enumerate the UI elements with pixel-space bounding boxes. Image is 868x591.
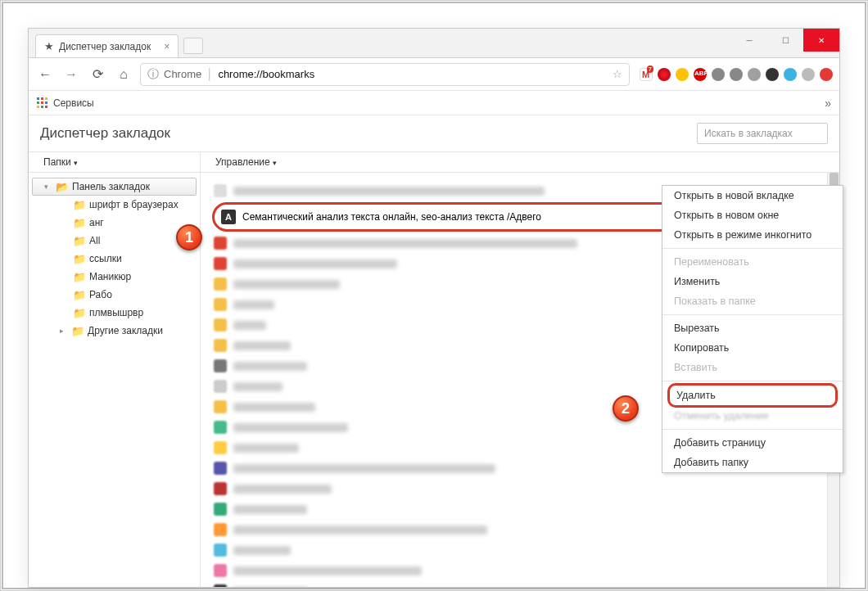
favicon: A xyxy=(221,210,236,224)
tree-child[interactable]: 📁Маникюр xyxy=(29,268,200,286)
collapse-icon[interactable]: ▾ xyxy=(44,183,52,191)
page-title: Диспетчер закладок xyxy=(40,125,697,142)
bookmarks-overflow-icon[interactable]: » xyxy=(825,97,831,110)
ctx-copy[interactable]: Копировать xyxy=(662,338,843,358)
list-item[interactable] xyxy=(214,541,826,559)
ctx-separator xyxy=(662,314,843,315)
tree-child[interactable]: 📁All xyxy=(29,232,200,250)
bookmark-star-icon[interactable]: ☆ xyxy=(613,68,622,80)
site-info-icon[interactable]: ⓘ xyxy=(147,67,159,82)
back-button[interactable]: ← xyxy=(35,65,55,84)
minimize-button[interactable]: ─ xyxy=(731,29,767,52)
list-item[interactable] xyxy=(214,562,826,580)
folders-header[interactable]: Папки xyxy=(29,152,201,172)
search-input[interactable]: Искать в закладках xyxy=(697,123,828,144)
ctx-add-folder[interactable]: Добавить папку xyxy=(662,453,843,472)
context-menu: Открыть в новой вкладке Открыть в новом … xyxy=(662,185,843,473)
ctx-paste: Вставить xyxy=(662,358,843,377)
ext-icon-grey2[interactable] xyxy=(730,68,743,81)
tree-child[interactable]: 📁анг xyxy=(29,214,200,232)
expand-icon[interactable]: ▸ xyxy=(60,327,68,335)
list-item[interactable] xyxy=(214,582,826,587)
page-header: Диспетчер закладок Искать в закладках xyxy=(29,115,839,151)
tree-other[interactable]: ▸📁Другие закладки xyxy=(29,322,200,340)
list-item[interactable] xyxy=(214,521,826,539)
window-controls: ─ ☐ ✕ xyxy=(731,29,839,52)
ctx-rename: Переименовать xyxy=(662,252,843,272)
address-bar[interactable]: ⓘ Chrome │ chrome://bookmarks ☆ xyxy=(140,63,630,86)
ext-icon-grey1[interactable] xyxy=(712,68,725,81)
ctx-separator xyxy=(662,381,843,381)
bookmarks-bar: Сервисы » xyxy=(29,91,839,115)
close-button[interactable]: ✕ xyxy=(803,29,839,52)
ext-icon-vk[interactable] xyxy=(748,68,761,81)
home-button[interactable]: ⌂ xyxy=(114,65,133,84)
folder-icon: 📁 xyxy=(71,325,84,337)
browser-tab[interactable]: ★ Диспетчер закладок × xyxy=(35,34,179,57)
ctx-separator xyxy=(662,248,843,249)
reload-button[interactable]: ⟳ xyxy=(88,65,107,84)
ctx-undo-delete: Отменить удаление xyxy=(662,406,843,426)
annotation-marker-2: 2 xyxy=(613,395,639,422)
extension-icons: M7 ABP xyxy=(636,68,833,81)
opera-icon[interactable] xyxy=(658,68,671,81)
bookmarks-bar-label[interactable]: Сервисы xyxy=(53,97,94,109)
folder-icon: 📁 xyxy=(73,235,86,247)
ext-icon-red[interactable] xyxy=(820,68,833,81)
manage-header[interactable]: Управление xyxy=(201,152,839,172)
ctx-show: Показать в папке xyxy=(662,291,843,311)
ctx-cut[interactable]: Вырезать xyxy=(662,318,843,338)
tree-child[interactable]: 📁Рабо xyxy=(29,286,200,304)
ctx-delete[interactable]: Удалить xyxy=(667,383,838,408)
tab-close-icon[interactable]: × xyxy=(164,41,170,52)
maximize-button[interactable]: ☐ xyxy=(767,29,803,52)
folder-icon: 📁 xyxy=(73,217,86,229)
ctx-open-tab[interactable]: Открыть в новой вкладке xyxy=(662,186,843,205)
folder-icon: 📁 xyxy=(73,289,86,301)
ext-icon-cloud[interactable] xyxy=(802,68,815,81)
ctx-open-incognito[interactable]: Открыть в режиме инкогнито xyxy=(662,225,843,245)
list-item[interactable] xyxy=(214,500,826,518)
ctx-add-page[interactable]: Добавить страницу xyxy=(662,433,843,453)
tab-strip: ★ Диспетчер закладок × xyxy=(29,29,839,58)
ctx-separator xyxy=(662,429,843,430)
new-tab-button[interactable] xyxy=(183,38,203,54)
ext-icon-eye[interactable] xyxy=(784,68,797,81)
bookmark-title: Семантический анализ текста онлайн, seo-… xyxy=(242,211,541,223)
tree-root-label: Панель закладок xyxy=(72,181,150,192)
apps-icon[interactable] xyxy=(37,97,48,109)
ext-icon-dark[interactable] xyxy=(766,68,779,81)
tree-child[interactable]: 📁плмвышрвр xyxy=(29,304,200,322)
tree-child[interactable]: 📁ссылки xyxy=(29,250,200,268)
folder-icon: 📁 xyxy=(73,307,86,319)
gmail-icon[interactable]: M7 xyxy=(640,68,653,81)
forward-button[interactable]: → xyxy=(61,65,81,84)
annotation-marker-1: 1 xyxy=(176,224,202,250)
list-item[interactable] xyxy=(214,480,826,498)
ctx-open-window[interactable]: Открыть в новом окне xyxy=(662,205,843,225)
tree-root[interactable]: ▾ 📂 Панель закладок xyxy=(32,178,197,196)
column-header: Папки Управление xyxy=(29,151,839,173)
tree-child[interactable]: 📁шрифт в браузерах xyxy=(29,196,200,214)
folder-icon: 📁 xyxy=(73,271,86,283)
toolbar: ← → ⟳ ⌂ ⓘ Chrome │ chrome://bookmarks ☆ … xyxy=(29,58,839,91)
folder-icon: 📁 xyxy=(73,253,86,265)
tab-title: Диспетчер закладок xyxy=(59,41,151,52)
ext-icon-yellow[interactable] xyxy=(676,68,689,81)
omnibox-url: chrome://bookmarks xyxy=(218,68,314,80)
ctx-edit[interactable]: Изменить xyxy=(662,272,843,291)
star-icon: ★ xyxy=(44,40,54,52)
folder-icon: 📂 xyxy=(56,181,69,193)
adblock-icon[interactable]: ABP xyxy=(694,68,707,81)
folder-icon: 📁 xyxy=(73,199,86,211)
folder-tree: ▾ 📂 Панель закладок 📁шрифт в браузерах 📁… xyxy=(29,173,201,587)
omnibox-chrome-label: Chrome xyxy=(164,68,201,80)
